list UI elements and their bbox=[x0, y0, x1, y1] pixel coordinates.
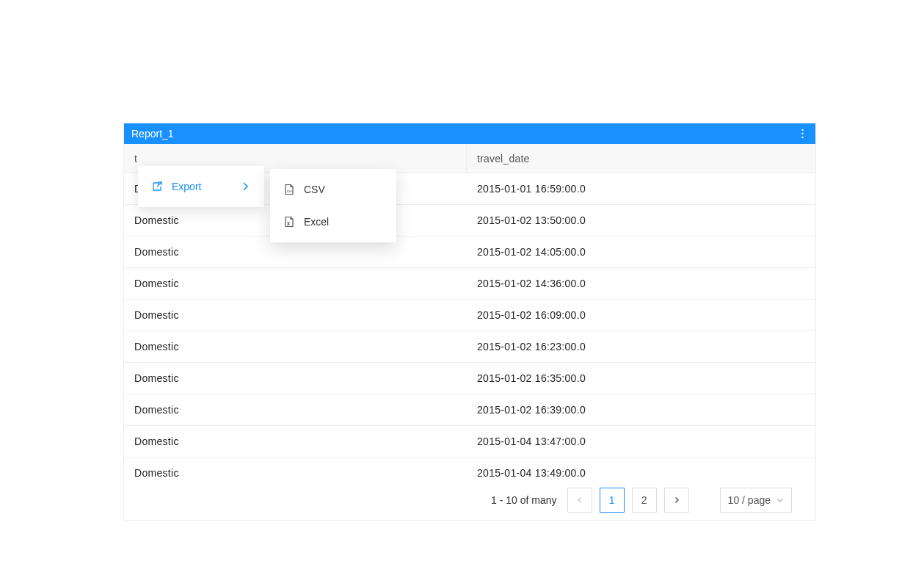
pagination: 1 - 10 of many 12 10 / page bbox=[124, 480, 815, 520]
cell-travel-date: 2015-01-02 16:35:00.0 bbox=[467, 372, 810, 384]
report-panel: Report_1 t travel_date Domestic2015-01-0… bbox=[123, 123, 816, 521]
more-options-icon[interactable] bbox=[796, 128, 808, 140]
export-icon bbox=[151, 181, 163, 192]
cell-travel-date: 2015-01-02 14:05:00.0 bbox=[467, 246, 810, 258]
export-excel-label: Excel bbox=[304, 216, 329, 228]
table-row[interactable]: Domestic2015-01-02 13:50:00.0 bbox=[124, 205, 815, 236]
svg-point-0 bbox=[801, 129, 804, 131]
table-row[interactable]: Domestic2015-01-02 16:09:00.0 bbox=[124, 300, 815, 331]
data-table: t travel_date Domestic2015-01-01 16:59:0… bbox=[124, 144, 815, 480]
cell-type: Domestic bbox=[124, 372, 467, 384]
export-menu-item[interactable]: Export bbox=[138, 170, 264, 203]
cell-travel-date: 2015-01-02 13:50:00.0 bbox=[467, 214, 810, 226]
cell-type: Domestic bbox=[124, 309, 467, 321]
cell-type: Domestic bbox=[124, 467, 467, 479]
export-submenu: csv CSV Excel bbox=[270, 169, 396, 242]
cell-type: Domestic bbox=[124, 341, 467, 352]
cell-travel-date: 2015-01-04 13:47:00.0 bbox=[467, 435, 810, 447]
svg-point-1 bbox=[801, 133, 804, 135]
page-button-1[interactable]: 1 bbox=[600, 488, 625, 513]
cell-travel-date: 2015-01-04 13:49:00.0 bbox=[467, 467, 810, 479]
export-menu-label: Export bbox=[172, 181, 201, 192]
export-csv-item[interactable]: csv CSV bbox=[270, 173, 396, 206]
cell-travel-date: 2015-01-01 16:59:00.0 bbox=[467, 183, 810, 195]
export-menu: Export bbox=[138, 166, 264, 207]
export-csv-label: CSV bbox=[304, 184, 325, 195]
table-row[interactable]: Domestic2015-01-02 16:35:00.0 bbox=[124, 363, 815, 394]
svg-point-2 bbox=[801, 137, 804, 139]
table-body[interactable]: Domestic2015-01-01 16:59:00.0Domestic201… bbox=[124, 173, 815, 480]
table-row[interactable]: Domestic2015-01-02 14:05:00.0 bbox=[124, 236, 815, 268]
cell-type: Domestic bbox=[124, 404, 467, 416]
panel-title: Report_1 bbox=[131, 128, 174, 140]
cell-type: Domestic bbox=[124, 246, 467, 258]
svg-text:csv: csv bbox=[287, 189, 293, 193]
chevron-down-icon bbox=[776, 496, 784, 504]
file-excel-icon bbox=[283, 216, 295, 228]
chevron-right-icon bbox=[239, 181, 251, 192]
cell-travel-date: 2015-01-02 16:23:00.0 bbox=[467, 341, 810, 352]
column-header-travel-date[interactable]: travel_date bbox=[467, 153, 810, 164]
cell-travel-date: 2015-01-02 16:09:00.0 bbox=[467, 309, 810, 321]
export-excel-item[interactable]: Excel bbox=[270, 206, 396, 238]
cell-travel-date: 2015-01-02 14:36:00.0 bbox=[467, 278, 810, 289]
table-row[interactable]: Domestic2015-01-02 16:39:00.0 bbox=[124, 394, 815, 426]
panel-header: Report_1 bbox=[124, 123, 815, 144]
cell-type: Domestic bbox=[124, 435, 467, 447]
table-row[interactable]: Domestic2015-01-02 16:23:00.0 bbox=[124, 331, 815, 363]
cell-type: Domestic bbox=[124, 278, 467, 289]
table-row[interactable]: Domestic2015-01-02 14:36:00.0 bbox=[124, 268, 815, 300]
cell-travel-date: 2015-01-02 16:39:00.0 bbox=[467, 404, 810, 416]
page-size-label: 10 / page bbox=[728, 494, 771, 506]
page-next-button[interactable] bbox=[664, 488, 689, 513]
page-info: 1 - 10 of many bbox=[491, 494, 557, 506]
file-csv-icon: csv bbox=[283, 184, 295, 195]
page-prev-button[interactable] bbox=[567, 488, 592, 513]
page-button-2[interactable]: 2 bbox=[632, 488, 657, 513]
table-row[interactable]: Domestic2015-01-04 13:49:00.0 bbox=[124, 458, 815, 480]
table-row[interactable]: Domestic2015-01-04 13:47:00.0 bbox=[124, 426, 815, 458]
page-size-select[interactable]: 10 / page bbox=[720, 488, 792, 513]
